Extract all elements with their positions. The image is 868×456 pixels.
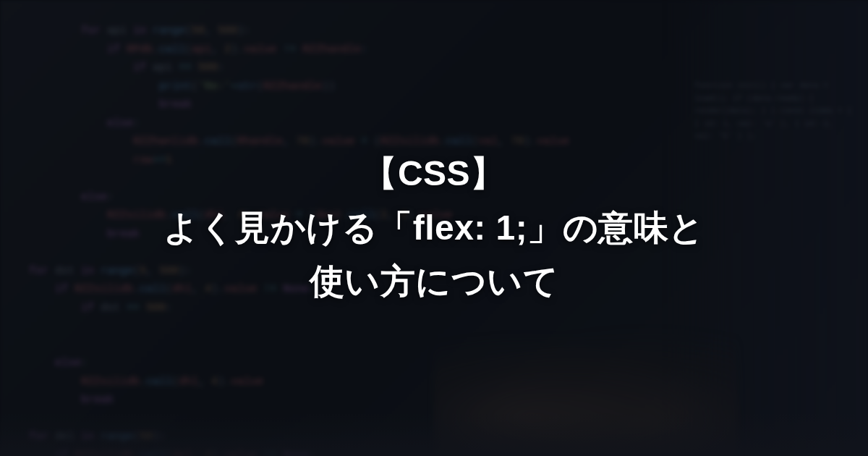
title-container: 【CSS】 よく見かける「flex: 1;」の意味と 使い方について (0, 0, 868, 456)
title-line-3: 使い方について (310, 255, 558, 308)
title-line-1: 【CSS】 (362, 147, 505, 200)
title-line-2: よく見かける「flex: 1;」の意味と (163, 201, 704, 255)
